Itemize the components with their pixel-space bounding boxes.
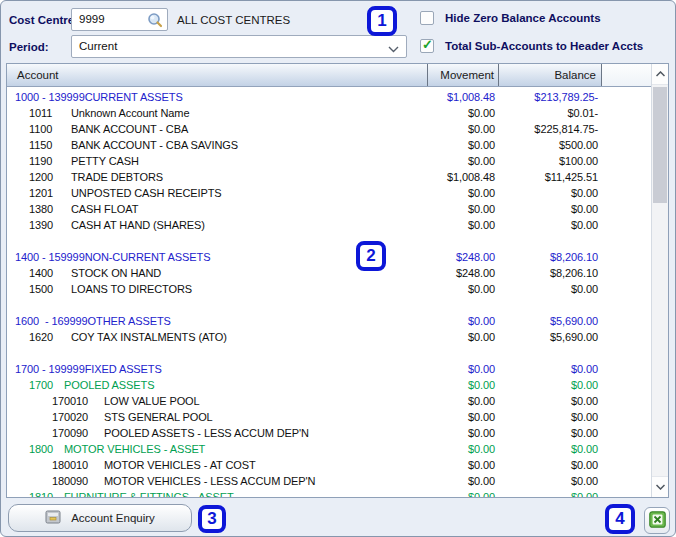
cell-bal: $0.00 [499, 378, 598, 393]
table-row [7, 298, 651, 314]
cell-mov: $1,008.48 [327, 170, 495, 185]
cell-code: 1700 [29, 378, 53, 393]
table-row[interactable]: 1620COY TAX INSTALMENTS (ATO)$0.00$5,690… [7, 330, 651, 346]
cell-mov: $0.00 [327, 122, 495, 137]
table-row[interactable]: 1201UNPOSTED CASH RECEIPTS$0.00$0.00 [7, 186, 651, 202]
cell-bal: $0.00 [499, 282, 598, 297]
cell-code: 1190 [29, 154, 52, 169]
table-row[interactable]: 1011Unknown Account Name$0.00$0.01- [7, 106, 651, 122]
cell-code: 1500 [29, 282, 53, 297]
table-header-row: Account Movement Balance [7, 64, 651, 87]
cell-mov: $0.00 [327, 426, 495, 441]
cost-centre-input[interactable]: 9999 [71, 8, 168, 31]
cell-mov: $1,008.48 [327, 90, 495, 105]
cell-name: LOANS TO DIRECTORS [71, 282, 192, 297]
account-enquiry-button[interactable]: Account Enquiry [8, 504, 192, 532]
cell-name: COY TAX INSTALMENTS (ATO) [71, 330, 227, 345]
table-row[interactable]: 1800MOTOR VEHICLES - ASSET$0.00$0.00 [7, 442, 651, 458]
column-header-balance[interactable]: Balance [498, 64, 601, 86]
cell-code: 170020 [52, 410, 88, 425]
table-row[interactable]: 180090MOTOR VEHICLES - LESS ACCUM DEP'N$… [7, 474, 651, 490]
cell-code: 1400 - 159999 [15, 251, 85, 263]
cell-name: CASH FLOAT [71, 202, 138, 217]
table-row[interactable]: 1600 - 169999OTHER ASSETS$0.00$5,690.00 [7, 314, 651, 330]
cell-bal: $8,206.10 [499, 250, 598, 265]
cell-mov: $0.00 [327, 474, 495, 489]
table-row[interactable]: 1700POOLED ASSETS$0.00$0.00 [7, 378, 651, 394]
cell-name: Unknown Account Name [71, 106, 189, 121]
cell-name: TRADE DEBTORS [71, 170, 163, 185]
export-excel-button[interactable] [644, 507, 670, 534]
cell-name: CURRENT ASSETS [85, 90, 183, 105]
account-list-window: Cost Centre: 9999 ALL COST CENTRES Perio… [0, 0, 676, 537]
column-header-movement[interactable]: Movement [427, 64, 498, 86]
cell-code: 1150 [29, 138, 52, 153]
table-row[interactable]: 1200TRADE DEBTORS$1,008.48$11,425.51 [7, 170, 651, 186]
cell-code: 180090 [52, 474, 88, 489]
cell-bal: $5,690.00 [499, 314, 598, 329]
column-header-account[interactable]: Account [7, 64, 427, 86]
table-row[interactable]: 1700 - 199999FIXED ASSETS$0.00$0.00 [7, 362, 651, 378]
cell-code: 1380 [29, 202, 53, 217]
cell-name: POOLED ASSETS - LESS ACCUM DEP'N [104, 426, 309, 441]
cell-mov: $0.00 [327, 202, 495, 217]
table-row[interactable]: 1400 - 159999NON-CURRENT ASSETS$248.00$8… [7, 250, 651, 266]
checkbox-hide-zero[interactable]: ✓ [420, 11, 434, 25]
table-row[interactable]: 170010LOW VALUE POOL$0.00$0.00 [7, 394, 651, 410]
table-row[interactable]: 180010MOTOR VEHICLES - AT COST$0.00$0.00 [7, 458, 651, 474]
table-row[interactable]: 170090POOLED ASSETS - LESS ACCUM DEP'N$0… [7, 426, 651, 442]
cell-code: 1200 [29, 170, 53, 185]
cell-code: 1620 [29, 330, 53, 345]
cell-bal: $0.00 [499, 218, 598, 233]
cell-name: CASH AT HAND (SHARES) [71, 218, 205, 233]
table-row[interactable]: 1390CASH AT HAND (SHARES)$0.00$0.00 [7, 218, 651, 234]
cell-code: 1000 - 139999 [15, 91, 85, 103]
cell-code: 1700 - 199999 [15, 363, 85, 375]
cell-mov: $0.00 [327, 138, 495, 153]
column-header-filler [601, 64, 651, 86]
cell-name: POOLED ASSETS [64, 378, 154, 393]
cell-bal: $0.00 [499, 410, 598, 425]
table-row[interactable]: 170020STS GENERAL POOL$0.00$0.00 [7, 410, 651, 426]
magnifier-icon[interactable] [147, 12, 163, 28]
table-row[interactable]: 1000 - 139999CURRENT ASSETS$1,008.48$213… [7, 90, 651, 106]
table-row[interactable]: 1810FURNITURE & FITTINGS - ASSET$0.00$0.… [7, 490, 651, 497]
table-row[interactable]: 1500LOANS TO DIRECTORS$0.00$0.00 [7, 282, 651, 298]
cost-centre-name: ALL COST CENTRES [177, 14, 290, 26]
table-row[interactable]: 1190PETTY CASH$0.00$100.00 [7, 154, 651, 170]
cell-bal: $0.00 [499, 442, 598, 457]
table-row[interactable]: 1400STOCK ON HAND$248.00$8,206.10 [7, 266, 651, 282]
cell-name: FURNITURE & FITTINGS - ASSET [64, 490, 234, 497]
cell-bal: $100.00 [499, 154, 598, 169]
cell-bal: $5,690.00 [499, 330, 598, 345]
cell-name: UNPOSTED CASH RECEIPTS [71, 186, 222, 201]
chevron-down-icon [388, 43, 399, 55]
table-row[interactable]: 1100BANK ACCOUNT - CBA$0.00$225,814.75- [7, 122, 651, 138]
cell-mov: $0.00 [327, 362, 495, 377]
cell-name: OTHER ASSETS [88, 314, 171, 329]
cell-name: MOTOR VEHICLES - LESS ACCUM DEP'N [104, 474, 315, 489]
table-row [7, 234, 651, 250]
cell-mov: $0.00 [327, 394, 495, 409]
check-icon: ✓ [422, 37, 433, 52]
cost-centre-value: 9999 [79, 13, 105, 25]
cell-mov: $0.00 [327, 410, 495, 425]
scrollbar-thumb[interactable] [653, 87, 667, 203]
callout-badge-3: 3 [198, 505, 226, 533]
scroll-up-icon[interactable] [652, 64, 668, 85]
checkbox-total-sub-accounts[interactable]: ✓ [420, 39, 434, 53]
table-row[interactable]: 1380CASH FLOAT$0.00$0.00 [7, 202, 651, 218]
cell-bal: $0.00 [499, 474, 598, 489]
cell-name: MOTOR VEHICLES - AT COST [104, 458, 256, 473]
cell-bal: $0.00 [499, 394, 598, 409]
vertical-scrollbar[interactable] [651, 64, 668, 497]
table-row [7, 346, 651, 362]
scroll-down-icon[interactable] [652, 476, 668, 497]
cell-name: PETTY CASH [71, 154, 139, 169]
table-row[interactable]: 1150BANK ACCOUNT - CBA SAVINGS$0.00$500.… [7, 138, 651, 154]
cell-code: 1390 [29, 218, 53, 233]
cell-bal: $225,814.75- [499, 122, 598, 137]
period-select[interactable]: Current [71, 35, 407, 58]
cell-bal: $500.00 [499, 138, 598, 153]
total-sub-option: ✓ Total Sub-Accounts to Header Accts [420, 39, 643, 53]
